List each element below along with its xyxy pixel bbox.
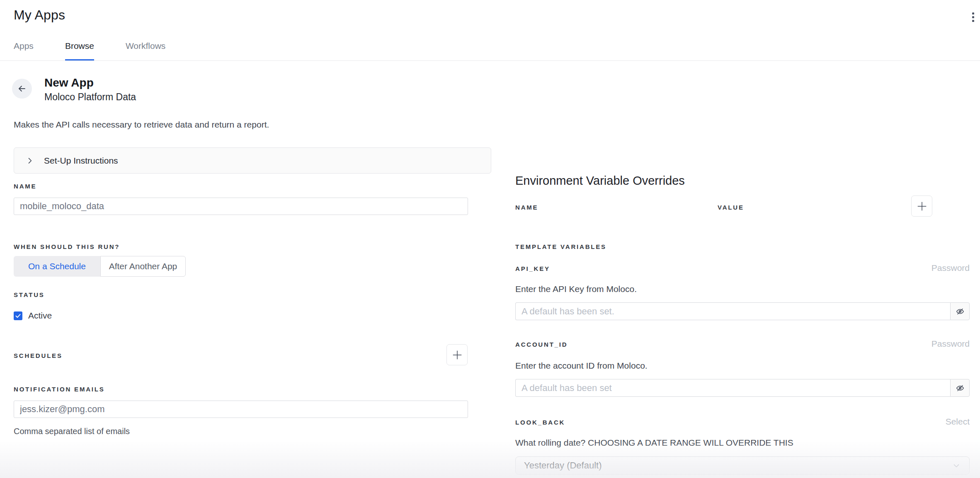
setup-instructions-panel[interactable]: Set-Up Instructions [14,147,491,174]
active-checkbox-label: Active [28,311,52,321]
back-button[interactable] [12,79,32,99]
api-key-type-badge: Password [515,263,970,273]
look-back-description: What rolling date? CHOOSING A DATE RANGE… [515,438,793,448]
env-value-column-label: VALUE [718,204,744,211]
api-key-input[interactable] [515,302,950,320]
tab-apps[interactable]: Apps [14,41,34,60]
account-id-input-group [515,379,970,397]
template-variables-label: TEMPLATE VARIABLES [515,243,606,250]
my-apps-page: My Apps Apps Browse Workflows New App Mo… [0,0,980,478]
plus-icon [917,201,927,212]
account-id-toggle-visibility-button[interactable] [950,379,970,397]
setup-instructions-label: Set-Up Instructions [44,156,118,166]
notification-emails-helper: Comma separated list of emails [14,427,130,436]
tab-bar: Apps Browse Workflows [14,41,165,60]
tab-workflows[interactable]: Workflows [126,41,165,60]
notification-emails-label: NOTIFICATION EMAILS [14,386,105,393]
env-name-column-label: NAME [515,204,538,211]
run-segmented-control: On a Schedule After Another App [14,256,186,277]
account-id-type-badge: Password [515,339,970,349]
active-checkbox[interactable] [14,311,22,320]
app-subtitle: Moloco Platform Data [44,92,136,103]
account-id-input[interactable] [515,379,950,397]
option-on-a-schedule[interactable]: On a Schedule [14,256,100,277]
run-label: WHEN SHOULD THIS RUN? [14,243,120,250]
name-label: NAME [14,183,36,190]
check-icon [15,313,21,319]
account-id-description: Enter the account ID from Moloco. [515,361,648,371]
chevron-right-icon [26,157,34,165]
kebab-menu-icon[interactable] [967,8,979,26]
eye-slash-icon [956,307,965,316]
app-title: New App [44,76,94,89]
header-divider [0,60,980,61]
look-back-selected-value: Yesterday (Default) [524,460,602,471]
api-key-description: Enter the API Key from Moloco. [515,284,637,294]
name-input[interactable] [14,198,468,215]
api-key-toggle-visibility-button[interactable] [950,302,970,320]
schedules-label: SCHEDULES [14,352,63,359]
plus-icon [452,350,463,360]
look-back-select[interactable]: Yesterday (Default) [515,456,970,475]
add-schedule-button[interactable] [446,344,468,365]
app-description: Makes the API calls necessary to retriev… [14,120,269,130]
option-after-another-app[interactable]: After Another App [100,256,186,277]
chevron-down-icon [952,461,961,470]
tab-browse[interactable]: Browse [65,41,94,60]
arrow-left-icon [17,84,27,94]
add-env-variable-button[interactable] [911,196,932,217]
eye-slash-icon [956,384,965,393]
notification-emails-input[interactable] [14,401,468,418]
api-key-input-group [515,302,970,320]
page-title: My Apps [14,7,65,23]
status-label: STATUS [14,291,45,298]
env-overrides-heading: Environment Variable Overrides [515,174,685,188]
look-back-type-badge: Select [515,417,970,427]
